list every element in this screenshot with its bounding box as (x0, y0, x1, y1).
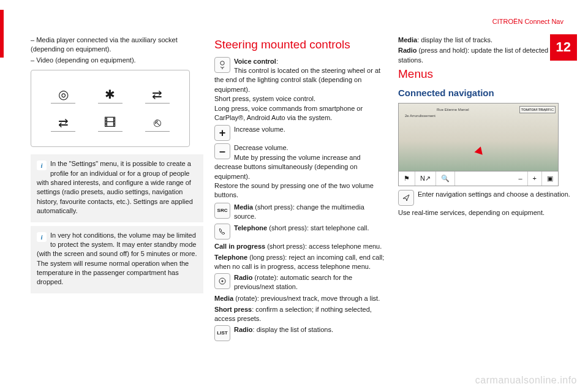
vehicle-marker-icon (474, 145, 484, 155)
icon-row-2: ⇄ 🎞 ⎋ (40, 113, 181, 132)
menus-heading: Menus (398, 66, 571, 83)
media-short-press-text: Media (short press): change the multimed… (234, 203, 364, 220)
video-icon: 🎞 (98, 113, 123, 132)
traffic-badge: TOMTOM TRAFFIC (519, 106, 556, 113)
increase-volume-text: Increase volume. (234, 126, 285, 133)
list-icon: LIST (214, 325, 230, 341)
voice-control-body: This control is located on the steering … (214, 67, 380, 121)
bullet-video: – Video (depending on equipment). (31, 56, 203, 65)
voice-icon (214, 57, 230, 73)
content-columns: – Media player connected via the auxilia… (31, 36, 571, 344)
street-label-1: Rue Etienne Marcel (437, 107, 469, 112)
steering-controls-heading: Steering mounted controls (214, 37, 387, 53)
decrease-volume-text: Decrease volume. Mute by pressing the vo… (214, 144, 374, 198)
nav-body-text: Use real-time services, depending on equ… (398, 208, 571, 217)
media-rotate-text: Media (rotate): previous/next track, mov… (214, 294, 387, 303)
radio-icon: ◎ (51, 85, 75, 104)
media-icon-panel: ◎ ✱ ⇄ ⇄ 🎞 ⎋ (31, 70, 190, 147)
zoom-in-button[interactable]: + (528, 172, 542, 186)
src-icon: SRC (214, 203, 230, 219)
watermark: carmanualsonline.info (475, 374, 577, 387)
search-icon[interactable]: 🔍 (436, 172, 455, 186)
info-settings-text: In the "Settings" menu, it is possible t… (37, 160, 193, 214)
usb2-icon: ⇄ (51, 113, 75, 132)
connected-nav-heading: Connected navigation (398, 86, 571, 99)
telephone-icon (214, 224, 230, 239)
usb-icon: ⇄ (145, 85, 170, 104)
header-brand: CITROËN Connect Nav (492, 17, 564, 26)
nav-arrow-icon (398, 190, 414, 206)
info-icon: i (37, 160, 47, 170)
nav-screenshot: Rue Etienne Marcel Rue de Turbigo 2e Arr… (398, 103, 559, 186)
column-3: Media: display the list of tracks. Radio… (398, 36, 571, 344)
dial-icon (214, 273, 230, 289)
telephone-long-press-text: Telephone (long press): reject an incomi… (214, 253, 387, 272)
compass-icon[interactable]: N↗ (415, 172, 436, 186)
svg-point-0 (221, 61, 224, 64)
left-accent-bar (0, 10, 4, 58)
info-hot-text: In very hot conditions, the volume may b… (37, 232, 197, 286)
telephone-short-press-text: Telephone (short press): start telephone… (234, 224, 369, 232)
media-top-text: Media: display the list of tracks. (398, 36, 571, 45)
radio-list-text: Radio: display the list of stations. (234, 326, 333, 333)
column-1: – Media player connected via the auxilia… (31, 36, 203, 344)
info-settings-profile: i In the "Settings" menu, it is possible… (31, 154, 203, 222)
map-view: Rue Etienne Marcel Rue de Turbigo 2e Arr… (398, 103, 559, 172)
radio-rotate-text: Radio (rotate): automatic search for the… (234, 274, 352, 290)
radio-top-text: Radio (press and hold): update the list … (398, 46, 571, 65)
icon-row-1: ◎ ✱ ⇄ (40, 85, 181, 104)
street-label-3: 2e Arrondissement (405, 113, 435, 118)
voice-control-label: Voice control (234, 58, 276, 65)
minus-icon: – (214, 143, 230, 159)
map-toolbar: ⚑ N↗ 🔍 – + ▣ (398, 172, 559, 186)
info-hot-conditions: i In very hot conditions, the volume may… (31, 226, 203, 293)
plus-icon: + (214, 125, 230, 141)
view-toggle-icon[interactable]: ▣ (542, 172, 558, 186)
nav-hint-text: Enter navigation settings and choose a d… (418, 190, 570, 198)
svg-point-2 (222, 280, 224, 282)
short-press-text: Short press: confirm a selection; if not… (214, 305, 387, 324)
bullet-aux: – Media player connected via the auxilia… (31, 36, 203, 55)
zoom-out-button[interactable]: – (513, 172, 527, 186)
column-2: Steering mounted controls Voice control:… (214, 36, 387, 344)
call-in-progress-text: Call in progress (short press): access t… (214, 242, 387, 251)
flag-icon[interactable]: ⚑ (399, 172, 415, 186)
info-icon: i (37, 232, 47, 242)
bluetooth-icon: ✱ (98, 85, 123, 104)
aux-icon: ⎋ (145, 113, 170, 132)
